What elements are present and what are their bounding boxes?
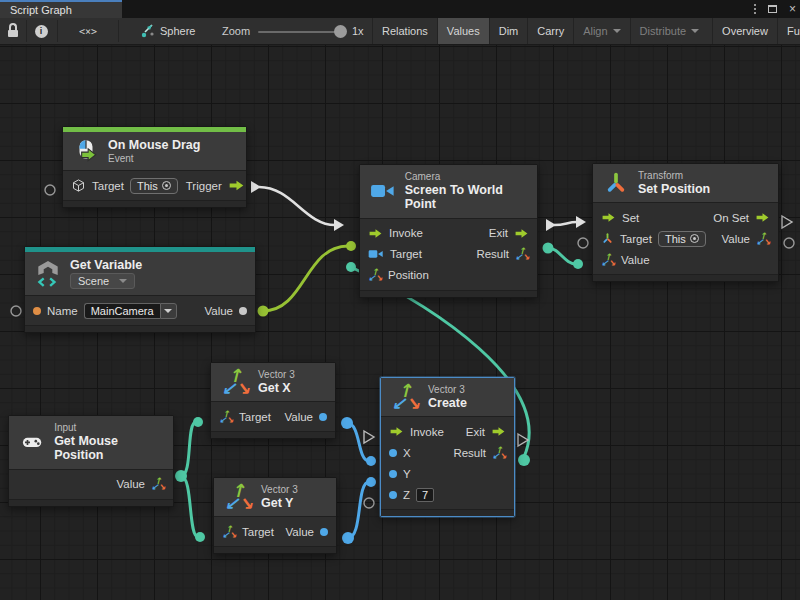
node-set-position[interactable]: Transform Set Position Set On Set xyxy=(592,163,779,282)
node-category: Vector 3 xyxy=(258,369,295,380)
wire-mouse-gety[interactable] xyxy=(181,476,198,537)
port-label-target: Target xyxy=(390,248,422,260)
close-icon[interactable]: × xyxy=(789,3,796,15)
vector3-icon[interactable]: ↑↙↘ xyxy=(515,248,529,260)
node-title: On Mouse Drag xyxy=(108,138,200,152)
wire-end-invoke[interactable] xyxy=(334,219,344,231)
port-empty-onset[interactable] xyxy=(782,216,792,228)
flow-arrow-icon[interactable] xyxy=(491,425,506,438)
port-label-value: Value xyxy=(116,478,145,490)
node-category: Camera xyxy=(405,171,527,182)
node-screen-to-world-point[interactable]: Camera Screen To World Point Invoke Exit xyxy=(359,164,538,298)
vector3-icon[interactable]: ↑↙↘ xyxy=(492,447,506,459)
graph-name-label[interactable]: Sphere xyxy=(160,18,204,44)
y-port-dot[interactable] xyxy=(389,470,397,478)
camera-icon xyxy=(370,181,396,201)
flow-arrow-icon[interactable] xyxy=(601,211,616,224)
port-dot-create-result[interactable] xyxy=(518,454,530,466)
port-dot-camera-target[interactable] xyxy=(346,241,356,251)
value-port-dot[interactable] xyxy=(319,413,327,421)
port-dot-variable-value[interactable] xyxy=(258,306,269,317)
node-category: Input xyxy=(54,422,163,433)
port-empty-create-z[interactable] xyxy=(364,498,374,508)
port-label-target: Target xyxy=(239,411,271,423)
target-this-chip[interactable]: This xyxy=(658,231,706,247)
node-get-variable[interactable]: Get Variable Scene Name MainCamera xyxy=(24,246,256,333)
wire-mouse-getx[interactable] xyxy=(181,422,196,476)
z-value-field[interactable]: 7 xyxy=(416,488,434,502)
port-label-set: Set xyxy=(622,212,639,224)
zoom-slider-knob[interactable] xyxy=(334,25,347,38)
value-port-dot[interactable] xyxy=(239,307,247,315)
port-dot-gety-target[interactable] xyxy=(195,532,205,542)
tab-script-graph[interactable]: Script Graph xyxy=(0,0,122,18)
port-dot-getx-target[interactable] xyxy=(193,417,203,427)
toolbar-button-distribute[interactable]: Distribute xyxy=(630,18,708,44)
x-port-dot[interactable] xyxy=(389,449,397,457)
flow-arrow-icon[interactable] xyxy=(514,227,529,240)
flow-arrow-icon[interactable] xyxy=(368,227,383,240)
zoom-slider[interactable] xyxy=(258,31,346,33)
menu-kebab-icon[interactable] xyxy=(754,4,756,14)
target-this-chip[interactable]: This xyxy=(130,178,178,194)
toolbar-button-relations[interactable]: Relations xyxy=(372,18,437,44)
value-port-dot[interactable] xyxy=(320,528,328,536)
flow-arrow-icon[interactable] xyxy=(389,425,404,438)
name-port-dot[interactable] xyxy=(33,307,41,315)
flow-arrow-icon[interactable] xyxy=(228,178,245,193)
chevron-down-icon xyxy=(613,29,621,33)
port-empty-create-invoke[interactable] xyxy=(364,431,374,443)
node-get-x[interactable]: ↑↙↘ Vector 3 Get X ↑↙↘ Target Value xyxy=(210,362,336,439)
port-label-target: Target xyxy=(242,526,274,538)
vector3-icon[interactable]: ↑↙↘ xyxy=(222,526,236,538)
port-empty-variable-name[interactable] xyxy=(11,306,21,316)
code-preview-button[interactable]: <×> xyxy=(62,18,114,44)
graph-canvas[interactable]: On Mouse Drag Event Target This xyxy=(0,45,800,600)
z-port-dot[interactable] xyxy=(389,491,397,499)
camera-mini-icon[interactable] xyxy=(368,248,384,260)
variable-scope-dropdown[interactable]: Scene xyxy=(70,273,135,289)
port-dot-camera-result[interactable] xyxy=(543,243,554,254)
info-button[interactable]: i xyxy=(27,18,55,44)
port-dot-camera-position[interactable] xyxy=(346,262,356,272)
wire-trigger-invoke[interactable] xyxy=(259,187,335,225)
port-label-value: Value xyxy=(204,305,233,317)
vector3-icon[interactable]: ↑↙↘ xyxy=(219,411,233,423)
maximize-icon[interactable] xyxy=(768,5,777,13)
wire-end-set[interactable] xyxy=(576,216,586,228)
node-vector3-create[interactable]: ↑↙↘ Vector 3 Create Invoke Exit xyxy=(380,377,515,517)
toolbar-button-align[interactable]: Align xyxy=(573,18,629,44)
node-on-mouse-drag[interactable]: On Mouse Drag Event Target This xyxy=(62,126,247,208)
port-dot-getx-value[interactable] xyxy=(341,417,353,429)
transform-mini-icon[interactable] xyxy=(601,232,614,245)
vector3-icon[interactable]: ↑↙↘ xyxy=(368,269,382,281)
toolbar-button-fullscreen[interactable]: Full Screen xyxy=(777,18,800,44)
variable-name-field[interactable]: MainCamera xyxy=(84,303,177,319)
wire-gety-createy[interactable] xyxy=(348,482,369,538)
vector3-icon[interactable]: ↑↙↘ xyxy=(756,233,770,245)
port-dot-mouse-value[interactable] xyxy=(175,470,187,482)
toolbar-button-dim[interactable]: Dim xyxy=(489,18,528,44)
dropdown-button[interactable] xyxy=(160,303,177,319)
flow-arrow-icon[interactable] xyxy=(755,211,770,224)
port-empty-mousedrag-target[interactable] xyxy=(45,185,55,195)
node-get-y[interactable]: ↑↙↘ Vector 3 Get Y ↑↙↘ Target Value xyxy=(213,477,337,554)
port-dot-create-x[interactable] xyxy=(366,456,376,466)
port-empty-setposition-target[interactable] xyxy=(578,238,588,248)
port-dot-create-y[interactable] xyxy=(366,477,376,487)
wire-exit-set[interactable] xyxy=(554,222,577,225)
lock-button[interactable] xyxy=(0,18,26,44)
port-dot-setposition-value[interactable] xyxy=(573,259,583,269)
port-label-trigger: Trigger xyxy=(186,180,222,192)
node-category: Vector 3 xyxy=(261,484,298,495)
port-empty-setposition-valueout[interactable] xyxy=(784,238,794,248)
wire-variable-target[interactable] xyxy=(263,246,348,311)
vector3-icon[interactable]: ↑↙↘ xyxy=(601,254,615,266)
toolbar-button-values[interactable]: Values xyxy=(437,18,489,44)
window-controls: × xyxy=(754,0,796,18)
port-dot-gety-value[interactable] xyxy=(342,532,354,544)
node-get-mouse-position[interactable]: Input Get Mouse Position Value ↑↙↘ xyxy=(8,415,174,507)
toolbar-button-overview[interactable]: Overview xyxy=(712,18,777,44)
toolbar-button-carry[interactable]: Carry xyxy=(527,18,573,44)
vector3-icon[interactable]: ↑↙↘ xyxy=(151,478,165,490)
